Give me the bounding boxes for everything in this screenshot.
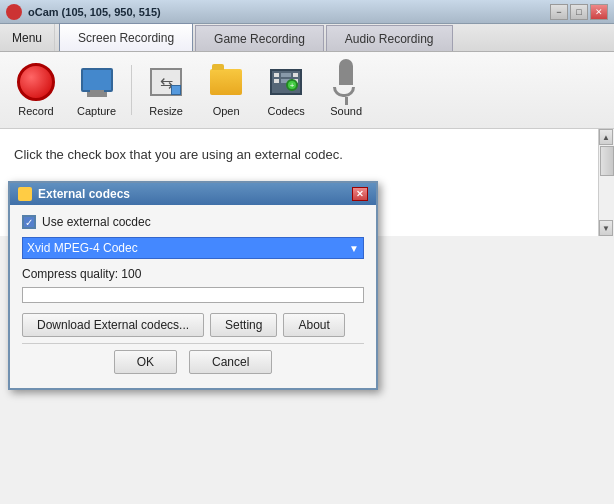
codec-dropdown[interactable]: Xvid MPEG-4 Codec ▼ — [22, 237, 364, 259]
record-label: Record — [18, 105, 53, 117]
film-shape: + — [270, 69, 302, 95]
monitor-shape — [81, 68, 113, 92]
tab-audio-recording[interactable]: Audio Recording — [326, 25, 453, 51]
resize-label: Resize — [149, 105, 183, 117]
use-external-codec-checkbox[interactable]: ✓ — [22, 215, 36, 229]
cancel-button[interactable]: Cancel — [189, 350, 272, 374]
open-icon — [207, 63, 245, 101]
resize-button[interactable]: ⇆ Resize — [138, 58, 194, 122]
main-content: ▲ ▼ Click the check box that you are usi… — [0, 129, 614, 236]
codecs-label: Codecs — [267, 105, 304, 117]
sound-label: Sound — [330, 105, 362, 117]
open-button[interactable]: Open — [198, 58, 254, 122]
scrollbar[interactable]: ▲ ▼ — [598, 129, 614, 236]
mic-stand — [345, 97, 348, 105]
toolbar: Record Capture ⇆ Resize Open — [0, 52, 614, 129]
instruction-1: Click the check box that you are using a… — [14, 145, 580, 165]
dialog-titlebar: External codecs ✕ — [10, 183, 376, 205]
quality-slider[interactable] — [22, 287, 364, 303]
tab-game-recording[interactable]: Game Recording — [195, 25, 324, 51]
window-controls: − □ ✕ — [550, 4, 608, 20]
close-button[interactable]: ✕ — [590, 4, 608, 20]
compress-quality-label: Compress quality: 100 — [22, 267, 364, 281]
sound-icon — [327, 63, 365, 101]
record-icon — [17, 63, 55, 101]
use-external-codec-label: Use external cocdec — [42, 215, 151, 229]
scroll-thumb[interactable] — [600, 146, 614, 176]
codecs-icon: + — [267, 63, 305, 101]
app-icon — [6, 4, 22, 20]
mic-body — [339, 59, 353, 85]
dialog-close-button[interactable]: ✕ — [352, 187, 368, 201]
tab-screen-recording[interactable]: Screen Recording — [59, 23, 193, 51]
folder-shape — [210, 69, 242, 95]
download-external-codecs-button[interactable]: Download External codecs... — [22, 313, 204, 337]
external-codecs-dialog: External codecs ✕ ✓ Use external cocdec … — [8, 181, 378, 390]
capture-icon — [78, 63, 116, 101]
maximize-button[interactable]: □ — [570, 4, 588, 20]
toolbar-divider-1 — [131, 65, 132, 115]
sound-button[interactable]: Sound — [318, 58, 374, 122]
capture-label: Capture — [77, 105, 116, 117]
title-bar: oCam (105, 105, 950, 515) − □ ✕ — [0, 0, 614, 24]
dialog-ok-cancel-row: OK Cancel — [22, 343, 364, 378]
ok-button[interactable]: OK — [114, 350, 177, 374]
dialog-title-text: External codecs — [38, 187, 130, 201]
record-button[interactable]: Record — [8, 58, 64, 122]
window-title: oCam (105, 105, 950, 515) — [28, 6, 161, 18]
film-plus-icon: + — [286, 79, 298, 91]
about-button[interactable]: About — [283, 313, 344, 337]
use-external-codec-row: ✓ Use external cocdec — [22, 215, 364, 229]
setting-button[interactable]: Setting — [210, 313, 277, 337]
dropdown-arrow-icon: ▼ — [349, 243, 359, 254]
main-content-area: ▲ ▼ Click the check box that you are usi… — [0, 129, 614, 504]
dialog-title-icon — [18, 187, 32, 201]
scroll-down-arrow[interactable]: ▼ — [599, 220, 613, 236]
dialog-action-buttons: Download External codecs... Setting Abou… — [22, 313, 364, 337]
dialog-body: ✓ Use external cocdec Xvid MPEG-4 Codec … — [10, 205, 376, 388]
mic-base — [333, 87, 355, 97]
capture-button[interactable]: Capture — [68, 58, 125, 122]
codec-dropdown-row: Xvid MPEG-4 Codec ▼ — [22, 237, 364, 259]
minimize-button[interactable]: − — [550, 4, 568, 20]
open-label: Open — [213, 105, 240, 117]
codecs-button[interactable]: + Codecs — [258, 58, 314, 122]
scroll-up-arrow[interactable]: ▲ — [599, 129, 613, 145]
quality-slider-row — [22, 287, 364, 303]
menu-button[interactable]: Menu — [0, 24, 55, 51]
resize-icon: ⇆ — [147, 63, 185, 101]
